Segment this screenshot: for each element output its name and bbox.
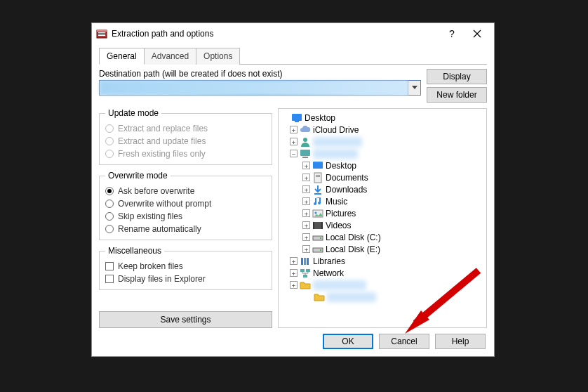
tree-item-videos[interactable]: + Videos (280, 219, 485, 231)
expand-icon[interactable]: + (290, 281, 298, 289)
radio-extract-update[interactable]: Extract and update files (105, 136, 266, 146)
tree-item-icloud[interactable]: + iCloud Drive (280, 124, 485, 136)
svg-rect-29 (303, 275, 307, 277)
destination-value[interactable]: (redacted) (100, 81, 408, 95)
radio-without-prompt[interactable]: Overwrite without prompt (105, 199, 266, 209)
tree-item-redacted-sub[interactable]: xxxxx (280, 291, 485, 303)
svg-rect-1 (97, 30, 107, 32)
expand-icon[interactable]: + (302, 197, 310, 205)
tree-item-user[interactable]: + xxxxx (280, 136, 485, 148)
radio-fresh-only[interactable]: Fresh existing files only (105, 149, 266, 159)
misc-group: Miscellaneous Keep broken files Display … (99, 246, 272, 290)
radio-rename-auto[interactable]: Rename automatically (105, 224, 266, 234)
svg-rect-24 (301, 258, 303, 265)
svg-rect-13 (316, 176, 320, 177)
tab-general[interactable]: General (99, 48, 145, 65)
expand-icon[interactable]: + (290, 269, 298, 277)
radio-extract-replace[interactable]: Extract and replace files (105, 124, 266, 133)
window-title: Extraction path and options (112, 29, 439, 39)
tree-item-pc[interactable]: − xxxx (280, 148, 485, 159)
svg-point-7 (303, 138, 307, 142)
dialog-buttons: OK Cancel Help (99, 328, 487, 351)
collapse-icon[interactable]: − (290, 150, 298, 157)
tree-item-redacted[interactable]: + xxxxxx (280, 279, 485, 291)
destination-combobox[interactable]: (redacted) (99, 80, 421, 96)
expand-icon[interactable]: + (302, 209, 310, 217)
svg-rect-14 (314, 193, 321, 195)
expand-icon[interactable]: + (302, 233, 310, 241)
svg-point-16 (315, 211, 317, 214)
expand-icon[interactable]: + (290, 138, 298, 145)
expand-icon[interactable]: + (302, 162, 310, 169)
help-button[interactable]: ? (439, 24, 465, 44)
svg-rect-23 (320, 249, 321, 251)
radio-icon (105, 137, 114, 145)
new-folder-button[interactable]: New folder (427, 87, 487, 103)
update-mode-legend: Update mode (105, 108, 161, 118)
tree-item-pictures[interactable]: + Pictures (280, 207, 485, 219)
cancel-button[interactable]: Cancel (379, 334, 429, 349)
tree-item-music[interactable]: + Music (280, 195, 485, 207)
overwrite-mode-group: Overwrite mode Ask before overwrite Over… (99, 171, 272, 240)
tree-item-documents[interactable]: + Documents (280, 171, 485, 183)
svg-rect-18 (313, 222, 314, 229)
svg-rect-3 (98, 34, 105, 34)
tree-item-libraries[interactable]: + Libraries (280, 255, 485, 267)
help-dialog-button[interactable]: Help (435, 334, 486, 349)
expand-icon[interactable]: + (290, 126, 298, 133)
save-settings-button[interactable]: Save settings (99, 311, 272, 328)
svg-rect-5 (292, 114, 302, 121)
expand-icon[interactable]: + (302, 185, 310, 193)
tree-item-desktop[interactable]: Desktop (280, 112, 485, 124)
tab-advanced[interactable]: Advanced (144, 48, 196, 65)
check-keep-broken[interactable]: Keep broken files (105, 261, 266, 271)
radio-icon (105, 212, 114, 221)
svg-rect-17 (313, 222, 323, 229)
tree-item-local-c[interactable]: + Local Disk (C:) (280, 231, 485, 243)
tree-item-downloads[interactable]: + Downloads (280, 183, 485, 195)
libraries-icon (300, 256, 311, 267)
display-button[interactable]: Display (427, 69, 487, 84)
checkbox-icon (105, 262, 114, 270)
svg-rect-26 (307, 258, 309, 265)
close-button[interactable] (465, 24, 490, 44)
radio-ask-overwrite[interactable]: Ask before overwrite (105, 186, 266, 196)
svg-rect-19 (321, 222, 323, 229)
check-display-explorer[interactable]: Display files in Explorer (105, 274, 266, 284)
checkbox-icon (105, 275, 114, 283)
expand-icon[interactable]: + (302, 245, 310, 253)
music-icon (312, 196, 323, 207)
update-mode-group: Update mode Extract and replace files Ex… (99, 108, 272, 165)
tree-item-sub-desktop[interactable]: + Desktop (280, 159, 485, 171)
downloads-icon (312, 184, 323, 195)
tab-options[interactable]: Options (196, 48, 240, 65)
ok-button[interactable]: OK (323, 334, 373, 349)
expand-icon[interactable]: + (290, 257, 298, 265)
winrar-icon (96, 28, 107, 39)
tab-strip: General Advanced Options (99, 47, 487, 65)
svg-rect-4 (98, 35, 105, 36)
radio-icon (105, 124, 114, 133)
radio-icon (105, 200, 114, 208)
folder-icon (300, 280, 311, 291)
expand-icon[interactable]: + (302, 221, 310, 229)
chevron-down-icon[interactable] (408, 81, 420, 95)
user-icon (300, 136, 311, 148)
network-icon (300, 268, 311, 279)
dialog-body: General Advanced Options Destination pat… (92, 44, 494, 356)
documents-icon (312, 172, 323, 183)
destination-row: Destination path (will be created if doe… (99, 69, 487, 103)
radio-icon (105, 150, 114, 158)
svg-rect-28 (306, 269, 310, 272)
overwrite-mode-legend: Overwrite mode (105, 171, 171, 181)
radio-skip-existing[interactable]: Skip existing files (105, 211, 266, 221)
desktop-icon (291, 112, 302, 124)
svg-rect-25 (304, 258, 306, 265)
svg-rect-8 (300, 150, 310, 156)
tree-item-network[interactable]: + Network (280, 267, 485, 279)
svg-rect-12 (316, 175, 320, 176)
folder-tree[interactable]: Desktop + iCloud Drive + xxxxx − xxxx (278, 108, 487, 328)
expand-icon[interactable]: + (302, 174, 310, 181)
destination-label: Destination path (will be created if doe… (99, 69, 421, 79)
tree-item-local-e[interactable]: + Local Disk (E:) (280, 243, 485, 255)
